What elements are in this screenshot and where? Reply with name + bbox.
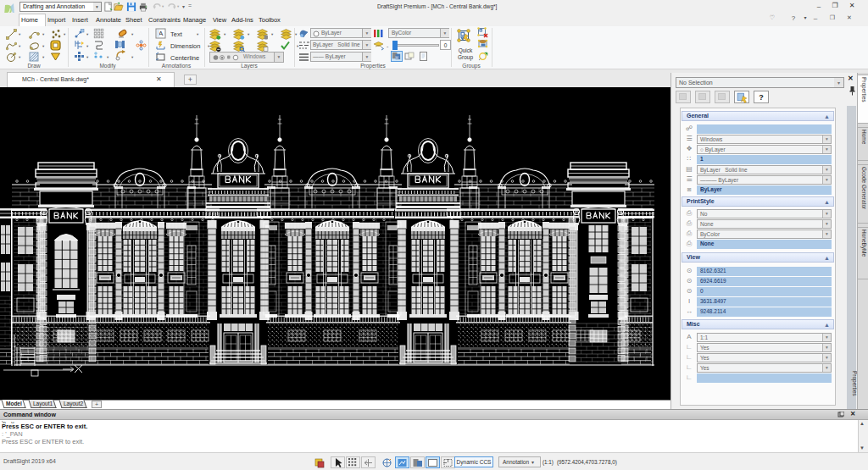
svg-text:H: H	[396, 56, 398, 60]
